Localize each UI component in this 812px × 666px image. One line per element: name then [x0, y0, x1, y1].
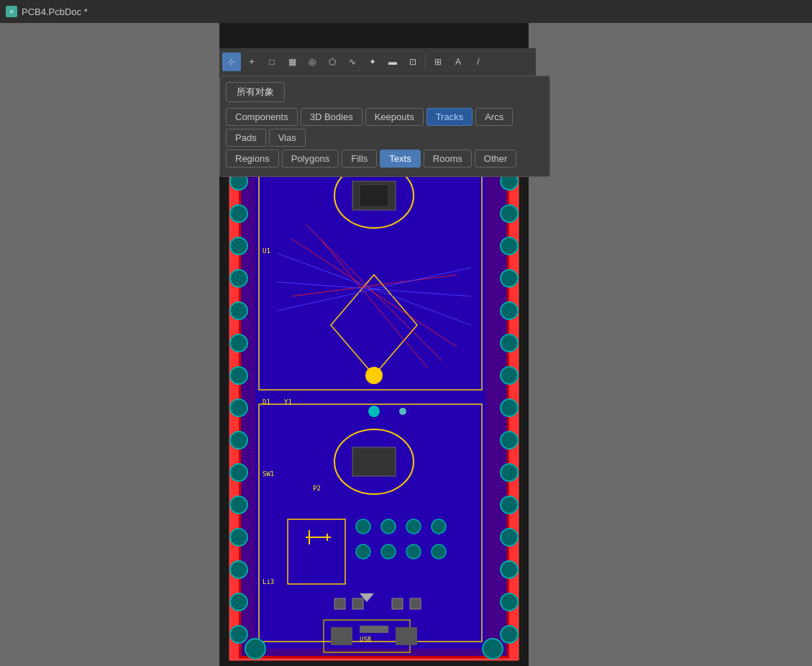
window-title: PCB4.PcbDoc *: [22, 6, 88, 17]
svg-text:U1: U1: [263, 247, 270, 255]
svg-point-38: [501, 561, 518, 578]
svg-point-29: [501, 270, 518, 287]
svg-rect-4: [255, 152, 485, 649]
toolbar-rect-btn[interactable]: □: [263, 53, 281, 71]
filter-pads[interactable]: Pads: [226, 129, 266, 147]
svg-rect-60: [331, 627, 352, 645]
svg-text:USB: USB: [360, 636, 371, 643]
svg-point-18: [230, 399, 247, 416]
svg-point-33: [501, 399, 518, 416]
filter-texts[interactable]: Texts: [380, 150, 420, 168]
svg-point-13: [230, 237, 247, 255]
svg-point-10: [365, 367, 383, 384]
svg-text:P2: P2: [313, 485, 321, 492]
svg-point-32: [501, 367, 518, 384]
filter-other[interactable]: Other: [475, 150, 517, 168]
toolbar-separator: [425, 55, 426, 69]
svg-rect-61: [396, 627, 417, 645]
svg-point-73: [406, 544, 421, 559]
toolbar-select-btn[interactable]: ⊹: [222, 53, 241, 71]
svg-point-28: [501, 237, 518, 255]
svg-point-83: [368, 406, 380, 417]
toolbar-wave-btn[interactable]: ∿: [343, 53, 362, 71]
svg-point-34: [501, 432, 518, 449]
svg-point-16: [230, 334, 247, 352]
svg-point-36: [501, 496, 518, 514]
filter-fills[interactable]: Fills: [342, 150, 377, 168]
toolbar-star-btn[interactable]: ✦: [363, 53, 382, 71]
dropdown-panel: 所有对象 Components 3D Bodies Keepouts Track…: [219, 76, 550, 177]
all-objects-button[interactable]: 所有对象: [226, 82, 285, 102]
svg-point-35: [501, 464, 518, 481]
toolbar-rect2-btn[interactable]: ▬: [383, 53, 402, 71]
toolbar-circle-btn[interactable]: ◎: [303, 53, 321, 71]
svg-point-31: [501, 334, 518, 352]
toolbar-cutout-btn[interactable]: ⊡: [403, 53, 422, 71]
toolbar-measure-btn[interactable]: ⊞: [429, 53, 447, 71]
filter-arcs[interactable]: Arcs: [475, 108, 513, 126]
toolbar-line-btn[interactable]: /: [469, 53, 488, 71]
svg-rect-1: [230, 134, 239, 660]
svg-point-8: [334, 429, 414, 494]
svg-rect-64: [352, 598, 363, 609]
svg-rect-48: [352, 181, 396, 210]
svg-marker-85: [360, 593, 374, 602]
app-icon: ≡: [6, 6, 17, 17]
filter-regions[interactable]: Regions: [226, 150, 279, 168]
svg-point-70: [432, 519, 446, 534]
svg-point-17: [230, 367, 247, 384]
svg-rect-49: [360, 185, 388, 206]
toolbar-text-btn[interactable]: A: [449, 53, 467, 71]
svg-rect-3: [241, 138, 507, 656]
all-objects-row: 所有对象: [226, 82, 544, 108]
filter-vias[interactable]: Vias: [269, 129, 306, 147]
svg-line-44: [291, 275, 457, 296]
svg-rect-63: [334, 598, 345, 609]
svg-text:SW1: SW1: [263, 470, 274, 478]
svg-rect-62: [360, 626, 388, 633]
right-sidebar: [536, 23, 812, 666]
svg-point-74: [432, 544, 446, 559]
filter-keepouts[interactable]: Keepouts: [365, 108, 424, 126]
svg-text:D1: D1: [263, 398, 270, 406]
svg-point-21: [230, 496, 247, 514]
svg-point-37: [501, 529, 518, 546]
svg-point-78: [483, 639, 503, 659]
svg-line-45: [277, 253, 471, 325]
filter-components[interactable]: Components: [226, 108, 298, 126]
svg-line-42: [306, 224, 442, 361]
svg-rect-59: [324, 620, 410, 652]
svg-point-20: [230, 464, 247, 481]
svg-point-71: [356, 544, 370, 559]
svg-line-41: [291, 239, 457, 347]
filter-row-1: Components 3D Bodies Keepouts Tracks Arc…: [226, 108, 544, 147]
svg-point-72: [381, 544, 396, 559]
svg-point-67: [356, 519, 370, 534]
svg-rect-2: [509, 134, 518, 660]
svg-marker-9: [331, 275, 417, 375]
svg-rect-0: [230, 134, 518, 660]
svg-point-23: [230, 561, 247, 578]
svg-point-40: [501, 626, 518, 643]
svg-point-77: [245, 639, 265, 659]
svg-point-22: [230, 529, 247, 546]
svg-point-68: [381, 519, 396, 534]
toolbar-add-btn[interactable]: +: [242, 53, 261, 71]
toolbar-chart-btn[interactable]: ▦: [283, 53, 301, 71]
filter-polygons[interactable]: Polygons: [282, 150, 339, 168]
title-bar: ≡ PCB4.PcbDoc *: [0, 0, 812, 23]
svg-point-15: [230, 302, 247, 319]
svg-rect-50: [352, 447, 396, 476]
svg-line-46: [277, 282, 471, 296]
svg-point-24: [230, 593, 247, 611]
svg-rect-65: [392, 598, 403, 609]
filter-rooms[interactable]: Rooms: [424, 150, 472, 168]
svg-line-47: [277, 268, 471, 311]
toolbar: ⊹ + □ ▦ ◎ ⬠ ∿ ✦ ▬ ⊡ ⊞ A /: [219, 48, 536, 76]
filter-row-2: Regions Polygons Fills Texts Rooms Other: [226, 150, 544, 168]
svg-text:Li3: Li3: [263, 578, 274, 585]
svg-point-30: [501, 302, 518, 319]
toolbar-poly-btn[interactable]: ⬠: [323, 53, 342, 71]
filter-tracks[interactable]: Tracks: [426, 108, 473, 126]
filter-3d-bodies[interactable]: 3D Bodies: [301, 108, 362, 126]
